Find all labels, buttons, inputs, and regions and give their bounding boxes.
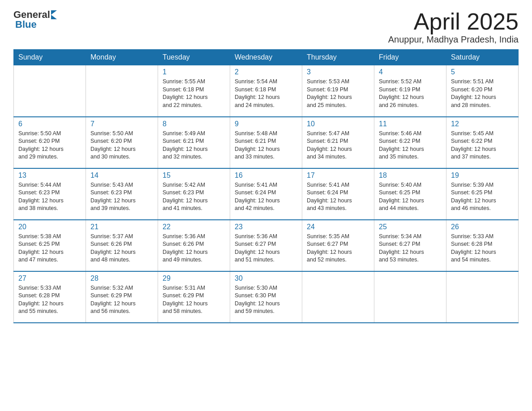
calendar-cell: 22Sunrise: 5:36 AM Sunset: 6:26 PM Dayli… [158,220,230,271]
calendar-cell [86,65,158,117]
day-number: 15 [163,171,225,180]
logo: General Blue [13,9,57,30]
calendar-cell: 23Sunrise: 5:36 AM Sunset: 6:27 PM Dayli… [230,220,302,271]
calendar-cell: 1Sunrise: 5:55 AM Sunset: 6:18 PM Daylig… [158,65,230,117]
day-info: Sunrise: 5:51 AM Sunset: 6:20 PM Dayligh… [451,78,514,109]
day-info: Sunrise: 5:41 AM Sunset: 6:24 PM Dayligh… [235,181,297,213]
day-number: 18 [379,171,442,180]
weekday-header: Monday [86,50,158,65]
calendar-week-row: 13Sunrise: 5:44 AM Sunset: 6:23 PM Dayli… [14,168,519,220]
day-number: 29 [163,274,225,283]
calendar-cell: 8Sunrise: 5:49 AM Sunset: 6:21 PM Daylig… [158,117,230,168]
calendar-week-row: 27Sunrise: 5:33 AM Sunset: 6:28 PM Dayli… [14,271,519,323]
day-number: 23 [235,223,297,231]
calendar-cell: 18Sunrise: 5:40 AM Sunset: 6:25 PM Dayli… [374,168,446,220]
calendar-cell [302,271,374,323]
day-number: 19 [451,171,514,180]
calendar-cell [446,271,519,323]
calendar-table: SundayMondayTuesdayWednesdayThursdayFrid… [13,49,519,323]
calendar-cell: 11Sunrise: 5:46 AM Sunset: 6:22 PM Dayli… [374,117,446,168]
calendar-cell [14,65,86,117]
calendar-cell: 21Sunrise: 5:37 AM Sunset: 6:26 PM Dayli… [86,220,158,271]
day-number: 25 [379,223,442,231]
day-number: 27 [18,274,81,283]
calendar-cell: 19Sunrise: 5:39 AM Sunset: 6:25 PM Dayli… [446,168,519,220]
day-info: Sunrise: 5:50 AM Sunset: 6:20 PM Dayligh… [90,130,153,161]
day-info: Sunrise: 5:53 AM Sunset: 6:19 PM Dayligh… [307,78,369,109]
page-subtitle: Anuppur, Madhya Pradesh, India [388,34,519,45]
calendar-cell: 16Sunrise: 5:41 AM Sunset: 6:24 PM Dayli… [230,168,302,220]
day-info: Sunrise: 5:32 AM Sunset: 6:29 PM Dayligh… [90,284,153,316]
day-info: Sunrise: 5:50 AM Sunset: 6:20 PM Dayligh… [18,130,81,161]
day-number: 22 [163,223,225,231]
calendar-cell [374,271,446,323]
day-info: Sunrise: 5:47 AM Sunset: 6:21 PM Dayligh… [307,130,369,161]
day-number: 17 [307,171,369,180]
calendar-cell: 24Sunrise: 5:35 AM Sunset: 6:27 PM Dayli… [302,220,374,271]
calendar-cell: 29Sunrise: 5:31 AM Sunset: 6:29 PM Dayli… [158,271,230,323]
day-info: Sunrise: 5:36 AM Sunset: 6:26 PM Dayligh… [163,233,225,264]
calendar-week-row: 20Sunrise: 5:38 AM Sunset: 6:25 PM Dayli… [14,220,519,271]
calendar-cell: 10Sunrise: 5:47 AM Sunset: 6:21 PM Dayli… [302,117,374,168]
day-number: 3 [307,68,369,76]
calendar-cell: 7Sunrise: 5:50 AM Sunset: 6:20 PM Daylig… [86,117,158,168]
calendar-cell: 30Sunrise: 5:30 AM Sunset: 6:30 PM Dayli… [230,271,302,323]
weekday-header: Sunday [14,50,86,65]
day-info: Sunrise: 5:43 AM Sunset: 6:23 PM Dayligh… [90,181,153,213]
day-number: 10 [307,120,369,128]
day-info: Sunrise: 5:31 AM Sunset: 6:29 PM Dayligh… [163,284,225,316]
weekday-header: Friday [374,50,446,65]
calendar-cell: 2Sunrise: 5:54 AM Sunset: 6:18 PM Daylig… [230,65,302,117]
day-number: 6 [18,120,81,128]
calendar-cell: 5Sunrise: 5:51 AM Sunset: 6:20 PM Daylig… [446,65,519,117]
day-info: Sunrise: 5:34 AM Sunset: 6:27 PM Dayligh… [379,233,442,264]
day-info: Sunrise: 5:45 AM Sunset: 6:22 PM Dayligh… [451,130,514,161]
day-info: Sunrise: 5:42 AM Sunset: 6:23 PM Dayligh… [163,181,225,213]
day-info: Sunrise: 5:46 AM Sunset: 6:22 PM Dayligh… [379,130,442,161]
calendar-cell: 27Sunrise: 5:33 AM Sunset: 6:28 PM Dayli… [14,271,86,323]
calendar-cell: 25Sunrise: 5:34 AM Sunset: 6:27 PM Dayli… [374,220,446,271]
weekday-header: Thursday [302,50,374,65]
page-title: April 2025 [388,9,519,34]
day-number: 30 [235,274,297,283]
day-number: 13 [18,171,81,180]
day-number: 14 [90,171,153,180]
day-number: 28 [90,274,153,283]
calendar-cell: 26Sunrise: 5:33 AM Sunset: 6:28 PM Dayli… [446,220,519,271]
day-info: Sunrise: 5:37 AM Sunset: 6:26 PM Dayligh… [90,233,153,264]
calendar-week-row: 6Sunrise: 5:50 AM Sunset: 6:20 PM Daylig… [14,117,519,168]
weekday-header: Saturday [446,50,519,65]
day-number: 16 [235,171,297,180]
day-info: Sunrise: 5:54 AM Sunset: 6:18 PM Dayligh… [235,78,297,109]
calendar-cell: 12Sunrise: 5:45 AM Sunset: 6:22 PM Dayli… [446,117,519,168]
day-number: 11 [379,120,442,128]
day-info: Sunrise: 5:48 AM Sunset: 6:21 PM Dayligh… [235,130,297,161]
day-number: 12 [451,120,514,128]
day-info: Sunrise: 5:55 AM Sunset: 6:18 PM Dayligh… [163,78,225,109]
calendar-cell: 14Sunrise: 5:43 AM Sunset: 6:23 PM Dayli… [86,168,158,220]
calendar-cell: 13Sunrise: 5:44 AM Sunset: 6:23 PM Dayli… [14,168,86,220]
day-info: Sunrise: 5:52 AM Sunset: 6:19 PM Dayligh… [379,78,442,109]
calendar-cell: 17Sunrise: 5:41 AM Sunset: 6:24 PM Dayli… [302,168,374,220]
day-number: 20 [18,223,81,231]
day-number: 7 [90,120,153,128]
calendar-cell: 6Sunrise: 5:50 AM Sunset: 6:20 PM Daylig… [14,117,86,168]
logo-blue-text: Blue [15,19,37,30]
day-info: Sunrise: 5:30 AM Sunset: 6:30 PM Dayligh… [235,284,297,316]
title-block: April 2025 Anuppur, Madhya Pradesh, Indi… [388,9,519,45]
calendar-cell: 28Sunrise: 5:32 AM Sunset: 6:29 PM Dayli… [86,271,158,323]
day-number: 2 [235,68,297,76]
calendar-cell: 15Sunrise: 5:42 AM Sunset: 6:23 PM Dayli… [158,168,230,220]
day-info: Sunrise: 5:39 AM Sunset: 6:25 PM Dayligh… [451,181,514,213]
calendar-cell: 4Sunrise: 5:52 AM Sunset: 6:19 PM Daylig… [374,65,446,117]
day-info: Sunrise: 5:33 AM Sunset: 6:28 PM Dayligh… [18,284,81,316]
day-number: 8 [163,120,225,128]
day-info: Sunrise: 5:36 AM Sunset: 6:27 PM Dayligh… [235,233,297,264]
day-number: 21 [90,223,153,231]
calendar-cell: 9Sunrise: 5:48 AM Sunset: 6:21 PM Daylig… [230,117,302,168]
day-info: Sunrise: 5:38 AM Sunset: 6:25 PM Dayligh… [18,233,81,264]
calendar-week-row: 1Sunrise: 5:55 AM Sunset: 6:18 PM Daylig… [14,65,519,117]
logo-block: General Blue [13,9,57,30]
day-info: Sunrise: 5:41 AM Sunset: 6:24 PM Dayligh… [307,181,369,213]
day-number: 1 [163,68,225,76]
